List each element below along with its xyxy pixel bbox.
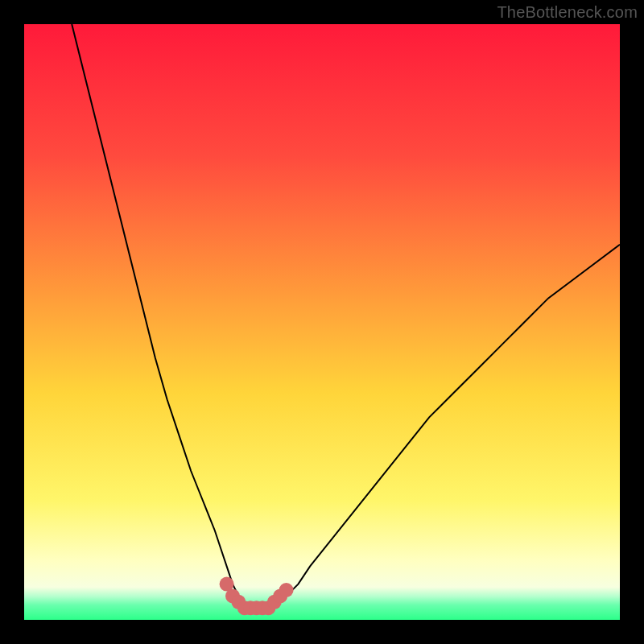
plot-area [24, 24, 620, 620]
chart-frame: TheBottleneck.com [0, 0, 644, 644]
gradient-background [24, 24, 620, 620]
watermark-text: TheBottleneck.com [497, 3, 638, 22]
highlight-marker [279, 583, 294, 597]
bottleneck-chart [24, 24, 620, 620]
